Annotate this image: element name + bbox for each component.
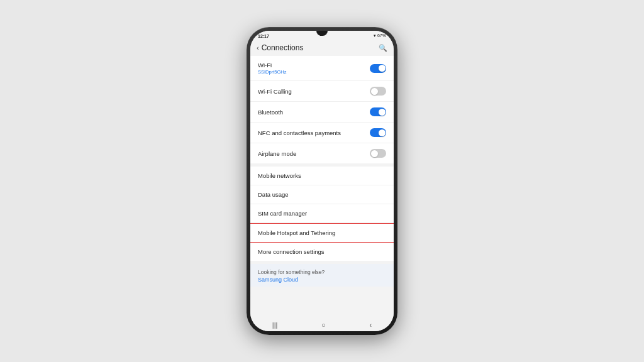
mobile-networks-label: Mobile networks (258, 172, 301, 179)
nav-bar: ||| ○ ‹ (250, 318, 394, 331)
back-icon[interactable]: ‹ (257, 44, 259, 52)
connections-section-2: Mobile networks Data usage SIM card mana… (250, 167, 394, 261)
suggestion-label: Looking for something else? (258, 269, 386, 275)
setting-item-wifi-calling[interactable]: Wi-Fi Calling (250, 81, 394, 102)
suggestion-link[interactable]: Samsung Cloud (258, 277, 386, 283)
search-icon[interactable]: 🔍 (379, 44, 387, 52)
settings-list: Wi-Fi SSIDprt5GHz Wi-Fi Calling Bluetoot… (250, 56, 394, 318)
setting-item-mobile-networks[interactable]: Mobile networks (250, 167, 394, 185)
setting-item-sim-card[interactable]: SIM card manager (250, 204, 394, 223)
wifi-toggle[interactable] (370, 64, 386, 73)
home-icon[interactable]: ○ (321, 321, 326, 329)
notch (316, 31, 328, 36)
signal-icon: ▾ 67% (374, 33, 386, 38)
bluetooth-label: Bluetooth (258, 109, 283, 116)
status-time: 12:17 (258, 34, 269, 38)
nav-back-group[interactable]: ‹ Connections (257, 43, 303, 52)
phone-screen: 12:17 ▾ 67% ‹ Connections 🔍 Wi-Fi SSIDpr… (250, 31, 394, 331)
bottom-suggestion: Looking for something else? Samsung Clou… (250, 264, 394, 287)
wifi-label: Wi-Fi (258, 62, 286, 69)
nfc-label: NFC and contactless payments (258, 129, 341, 136)
setting-item-nfc[interactable]: NFC and contactless payments (250, 123, 394, 143)
data-usage-label: Data usage (258, 191, 289, 198)
wifi-calling-label: Wi-Fi Calling (258, 88, 292, 95)
airplane-label: Airplane mode (258, 150, 296, 157)
setting-item-more-connections[interactable]: More connection settings (250, 243, 394, 261)
sim-card-label: SIM card manager (258, 210, 307, 217)
wifi-sublabel: SSIDprt5GHz (258, 69, 286, 75)
setting-item-airplane[interactable]: Airplane mode (250, 143, 394, 163)
wifi-calling-toggle[interactable] (370, 87, 386, 96)
connections-section-1: Wi-Fi SSIDprt5GHz Wi-Fi Calling Bluetoot… (250, 56, 394, 163)
setting-item-wifi[interactable]: Wi-Fi SSIDprt5GHz (250, 56, 394, 81)
top-bar: ‹ Connections 🔍 (250, 40, 394, 56)
bluetooth-toggle[interactable] (370, 107, 386, 116)
page-title: Connections (262, 43, 304, 52)
hotspot-label: Mobile Hotspot and Tethering (258, 229, 335, 236)
more-connections-label: More connection settings (258, 248, 325, 255)
airplane-toggle[interactable] (370, 149, 386, 158)
setting-item-data-usage[interactable]: Data usage (250, 185, 394, 204)
setting-item-hotspot[interactable]: Mobile Hotspot and Tethering (250, 223, 394, 243)
setting-item-bluetooth[interactable]: Bluetooth (250, 102, 394, 123)
back-nav-icon[interactable]: ‹ (369, 321, 372, 329)
status-icons: ▾ 67% (374, 33, 386, 38)
status-bar: 12:17 ▾ 67% (250, 31, 394, 40)
nfc-toggle[interactable] (370, 128, 386, 137)
phone-device: 12:17 ▾ 67% ‹ Connections 🔍 Wi-Fi SSIDpr… (247, 27, 397, 335)
recent-apps-icon[interactable]: ||| (272, 321, 278, 329)
